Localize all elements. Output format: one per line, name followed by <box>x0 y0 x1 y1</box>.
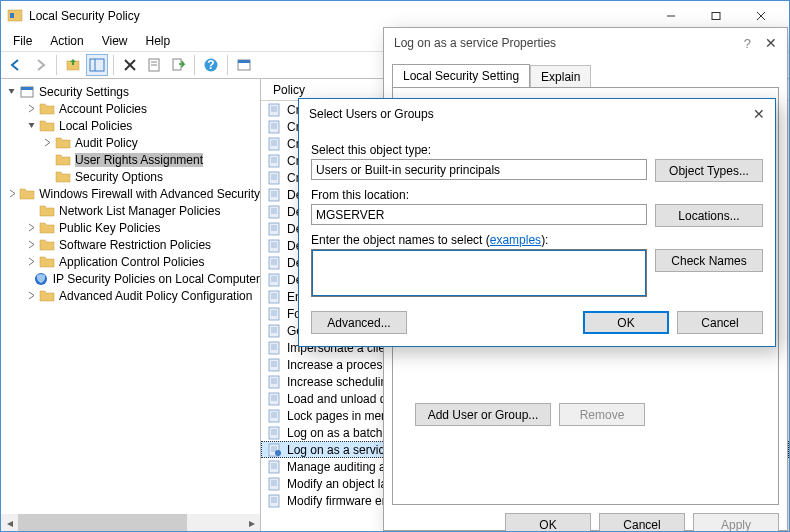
back-button[interactable] <box>5 54 27 76</box>
svg-rect-54 <box>269 240 279 252</box>
tree-item[interactable]: User Rights Assignment <box>1 151 260 168</box>
svg-rect-18 <box>238 60 250 63</box>
location-field <box>311 204 647 225</box>
show-hide-tree-button[interactable] <box>86 54 108 76</box>
object-type-field <box>311 159 647 180</box>
menu-view[interactable]: View <box>94 32 136 50</box>
properties-help-button[interactable]: ? <box>744 36 751 51</box>
tree-hscrollbar[interactable]: ◂▸ <box>1 514 260 531</box>
tree-item[interactable]: Windows Firewall with Advanced Security <box>1 185 260 202</box>
column-policy[interactable]: Policy <box>267 80 311 100</box>
svg-point-106 <box>275 450 281 456</box>
up-button[interactable] <box>62 54 84 76</box>
add-user-group-button[interactable]: Add User or Group... <box>415 403 551 426</box>
svg-rect-7 <box>90 59 104 71</box>
select-ok-button[interactable]: OK <box>583 311 669 334</box>
tree-root[interactable]: Security Settings <box>1 83 260 100</box>
properties-close-button[interactable]: ✕ <box>765 35 777 51</box>
svg-rect-111 <box>269 478 279 490</box>
tab-local-security-setting[interactable]: Local Security Setting <box>392 64 530 87</box>
tab-explain[interactable]: Explain <box>530 65 591 88</box>
locations-button[interactable]: Locations... <box>655 204 763 227</box>
svg-rect-107 <box>269 461 279 473</box>
app-icon <box>7 8 23 24</box>
refresh-button[interactable] <box>233 54 255 76</box>
svg-rect-90 <box>269 393 279 405</box>
svg-rect-30 <box>269 138 279 150</box>
tree-item[interactable]: Audit Policy <box>1 134 260 151</box>
properties-ok-button[interactable]: OK <box>505 513 591 532</box>
svg-rect-38 <box>269 172 279 184</box>
properties-apply-button: Apply <box>693 513 779 532</box>
select-dialog-close-button[interactable]: ✕ <box>753 106 765 122</box>
svg-rect-46 <box>269 206 279 218</box>
svg-rect-62 <box>269 274 279 286</box>
svg-rect-82 <box>269 359 279 371</box>
remove-button: Remove <box>559 403 645 426</box>
svg-rect-20 <box>21 87 33 90</box>
svg-rect-86 <box>269 376 279 388</box>
window-title: Local Security Policy <box>29 9 648 23</box>
tree-item[interactable]: Advanced Audit Policy Configuration <box>1 287 260 304</box>
select-users-dialog: Select Users or Groups ✕ Select this obj… <box>298 98 776 347</box>
examples-link[interactable]: examples <box>490 233 541 247</box>
select-cancel-button[interactable]: Cancel <box>677 311 763 334</box>
export-button[interactable] <box>167 54 189 76</box>
svg-rect-115 <box>269 495 279 507</box>
tree-item[interactable]: IP Security Policies on Local Computer <box>1 270 260 287</box>
svg-rect-98 <box>269 427 279 439</box>
forward-button[interactable] <box>29 54 51 76</box>
tree-item[interactable]: Local Policies <box>1 117 260 134</box>
tree-item[interactable]: Application Control Policies <box>1 253 260 270</box>
select-dialog-title: Select Users or Groups <box>309 107 434 121</box>
close-button[interactable] <box>738 2 783 30</box>
menu-action[interactable]: Action <box>42 32 91 50</box>
svg-rect-26 <box>269 121 279 133</box>
object-names-input[interactable] <box>311 249 647 297</box>
svg-rect-34 <box>269 155 279 167</box>
svg-rect-1 <box>10 13 14 18</box>
help-button[interactable]: ? <box>200 54 222 76</box>
svg-rect-50 <box>269 223 279 235</box>
menu-file[interactable]: File <box>5 32 40 50</box>
tree-pane: Security SettingsAccount PoliciesLocal P… <box>1 79 261 531</box>
maximize-button[interactable] <box>693 2 738 30</box>
tree-item[interactable]: Account Policies <box>1 100 260 117</box>
svg-rect-78 <box>269 342 279 354</box>
svg-rect-94 <box>269 410 279 422</box>
tree-item[interactable]: Public Key Policies <box>1 219 260 236</box>
properties-cancel-button[interactable]: Cancel <box>599 513 685 532</box>
object-type-label: Select this object type: <box>311 143 763 157</box>
tree-item[interactable]: Network List Manager Policies <box>1 202 260 219</box>
svg-rect-42 <box>269 189 279 201</box>
svg-rect-22 <box>269 104 279 116</box>
svg-rect-58 <box>269 257 279 269</box>
tree-item[interactable]: Security Options <box>1 168 260 185</box>
tree-item[interactable]: Software Restriction Policies <box>1 236 260 253</box>
names-label: Enter the object names to select (exampl… <box>311 233 763 247</box>
location-label: From this location: <box>311 188 763 202</box>
svg-rect-3 <box>712 13 720 20</box>
svg-rect-74 <box>269 325 279 337</box>
svg-rect-66 <box>269 291 279 303</box>
delete-button[interactable] <box>119 54 141 76</box>
object-types-button[interactable]: Object Types... <box>655 159 763 182</box>
menu-help[interactable]: Help <box>138 32 179 50</box>
svg-rect-70 <box>269 308 279 320</box>
properties-button[interactable] <box>143 54 165 76</box>
check-names-button[interactable]: Check Names <box>655 249 763 272</box>
properties-title: Log on as a service Properties <box>394 36 556 50</box>
minimize-button[interactable] <box>648 2 693 30</box>
svg-text:?: ? <box>207 58 214 72</box>
advanced-button[interactable]: Advanced... <box>311 311 407 334</box>
